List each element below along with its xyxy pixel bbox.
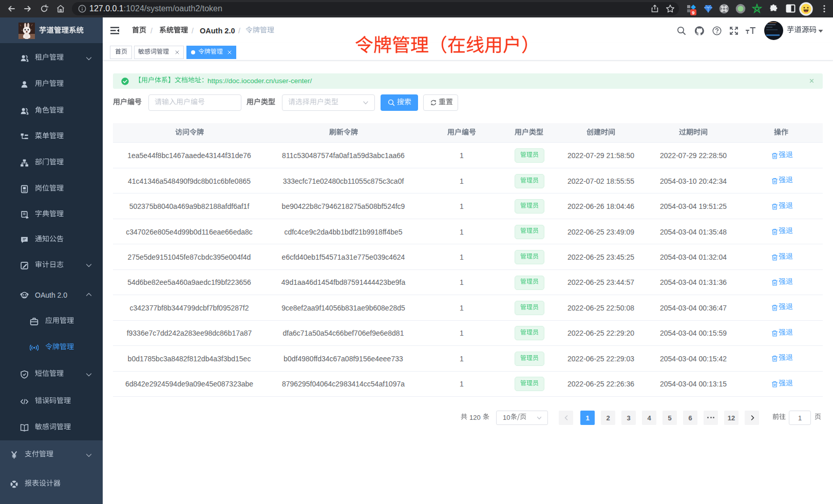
- svg-text:9: 9: [692, 10, 694, 15]
